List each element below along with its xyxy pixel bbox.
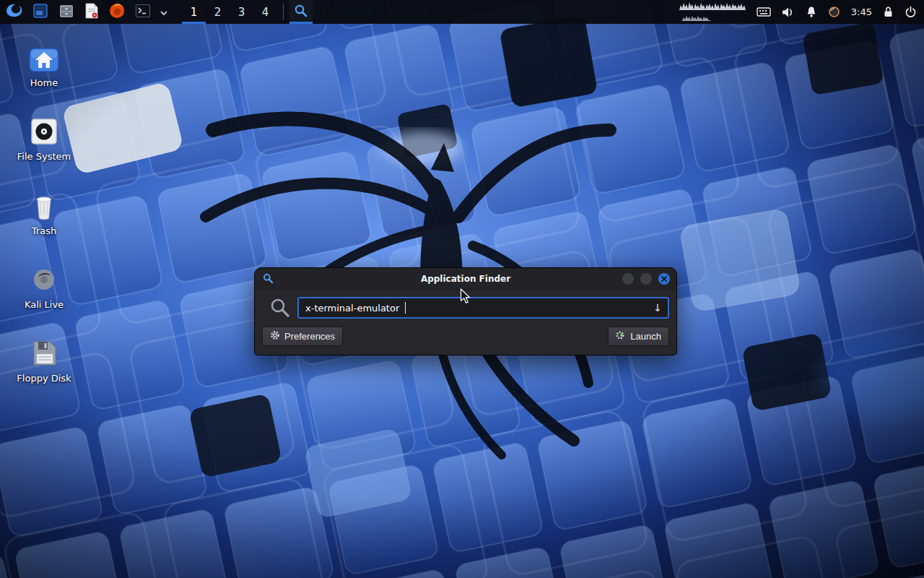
preferences-button[interactable]: Preferences: [262, 327, 343, 346]
run-gear-icon: [616, 330, 626, 342]
window-title: Application Finder: [255, 274, 676, 284]
top-panel: 1 2 3 4: [0, 0, 924, 24]
keyboard-layout-icon[interactable]: [757, 7, 771, 17]
workspace-2[interactable]: 2: [206, 0, 230, 24]
text-caret: [405, 302, 406, 314]
desktop: 1 2 3 4: [0, 0, 924, 578]
preferences-button-label: Preferences: [284, 331, 335, 342]
audio-spectrum-graph: [679, 1, 746, 24]
home-icon: [27, 39, 61, 74]
panel-left-group: 1 2 3 4: [0, 0, 313, 24]
status-orb-icon[interactable]: [828, 6, 840, 18]
desktop-icon-kali-live[interactable]: Kali Live: [9, 261, 79, 310]
desktop-icon-home[interactable]: Home: [9, 39, 79, 88]
dropdown-arrow-icon[interactable]: ↓: [653, 303, 662, 313]
volume-icon[interactable]: [782, 7, 795, 18]
search-icon: [270, 298, 290, 318]
mouse-cursor: [460, 288, 474, 304]
window-controls: [622, 273, 670, 285]
workspace-4[interactable]: 4: [253, 0, 277, 24]
notification-bell-icon[interactable]: [806, 6, 817, 18]
maximize-button[interactable]: [640, 273, 652, 285]
panel-right-group: 3:45: [679, 0, 924, 24]
panel-clock[interactable]: 3:45: [851, 7, 872, 17]
applications-menu-button[interactable]: [0, 0, 27, 24]
terminal-icon: [134, 2, 152, 22]
close-button[interactable]: [658, 273, 670, 285]
desktop-icon-label: Trash: [32, 226, 56, 236]
desktop-icon-label: Floppy Disk: [17, 374, 71, 384]
button-row: Preferences Launch: [262, 327, 669, 346]
launch-button[interactable]: Launch: [608, 327, 669, 346]
taskbar-application-finder[interactable]: [289, 0, 313, 24]
terminal-launcher[interactable]: [130, 0, 156, 24]
desktop-icon-label: Home: [30, 78, 58, 88]
minimize-button[interactable]: [622, 273, 634, 285]
desktop-icon-trash[interactable]: Trash: [9, 187, 79, 236]
chevron-down-icon: [160, 5, 167, 19]
panel-spacer: [172, 0, 182, 24]
window-titlebar[interactable]: Application Finder: [255, 268, 676, 290]
window-icon: [32, 2, 49, 22]
folder-icon: [58, 2, 75, 22]
desktop-icon-label: File System: [17, 152, 71, 162]
workspace-3[interactable]: 3: [230, 0, 253, 24]
desktop-icon-file-system[interactable]: File System: [9, 113, 79, 162]
show-desktop-button[interactable]: [27, 0, 53, 24]
magnifier-icon: [294, 4, 308, 21]
application-finder-window: Application Finder: [254, 267, 677, 355]
gear-icon: [270, 330, 280, 342]
kali-logo-icon: [4, 1, 23, 23]
search-input[interactable]: x-terminal-emulator ↓: [297, 297, 669, 319]
disc-icon: [28, 261, 60, 296]
trash-icon: [28, 187, 60, 222]
firefox-icon: [108, 2, 126, 22]
file-manager-launcher[interactable]: [53, 0, 79, 24]
firefox-launcher[interactable]: [104, 0, 130, 24]
hard-disk-icon: [28, 113, 60, 147]
desktop-icon-list: Home File System Trash: [9, 39, 79, 384]
search-input-value: x-terminal-emulator: [305, 303, 399, 314]
lock-icon[interactable]: [883, 6, 894, 18]
logout-power-icon[interactable]: [905, 6, 917, 18]
desktop-icon-label: Kali Live: [25, 300, 64, 310]
panel-separator: [283, 4, 284, 20]
launch-button-label: Launch: [630, 331, 661, 342]
floppy-disk-icon: [28, 335, 60, 369]
application-finder-icon: [263, 273, 274, 284]
text-editor-launcher[interactable]: [79, 0, 104, 24]
terminal-dropdown-button[interactable]: [156, 0, 172, 24]
close-icon: [661, 276, 667, 282]
document-icon: [84, 2, 100, 22]
desktop-icon-floppy-disk[interactable]: Floppy Disk: [9, 335, 79, 384]
workspace-1[interactable]: 1: [182, 0, 206, 24]
